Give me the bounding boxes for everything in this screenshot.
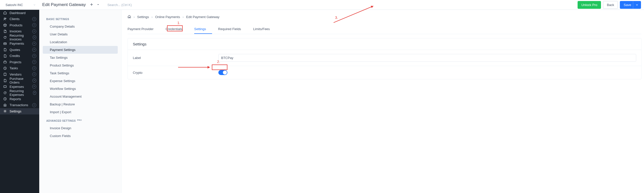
document-icon — [3, 79, 7, 83]
settings-sub-sidebar: BASIC SETTINGS Company Details User Deta… — [39, 10, 122, 193]
svg-point-1 — [5, 18, 6, 19]
sidebar-item-label: Settings — [10, 109, 21, 113]
sidebar-item-reports[interactable]: Reports — [0, 96, 39, 102]
svg-rect-2 — [4, 43, 7, 44]
bank-icon — [3, 103, 7, 107]
sidebar-item-label: Recurring Invoices — [10, 34, 33, 41]
sidebar-item-purchase-orders[interactable]: Purchase Orders + — [0, 78, 39, 84]
refresh-icon — [3, 35, 7, 39]
sidebar-item-label: Quotes — [10, 48, 20, 52]
sidebar-item-label: Clients — [10, 17, 20, 21]
search-input[interactable] — [107, 3, 158, 7]
sidebar-item-recurring-expenses[interactable]: Recurring Expenses + — [0, 90, 39, 96]
add-icon[interactable]: + — [32, 48, 36, 52]
crypto-toggle[interactable] — [218, 70, 227, 75]
tab-limits-fees[interactable]: Limits/Fees — [253, 25, 276, 34]
sub-item-company-details[interactable]: Company Details — [43, 23, 118, 30]
chevron-right-icon: › — [151, 15, 152, 19]
unlock-pro-button[interactable]: Unlock Pro — [578, 1, 601, 9]
tab-settings[interactable]: Settings — [194, 25, 212, 34]
sidebar-item-label: Recurring Expenses — [10, 89, 33, 97]
sidebar-item-clients[interactable]: Clients + — [0, 16, 39, 22]
sub-item-invoice-design[interactable]: Invoice Design — [43, 124, 118, 132]
add-icon[interactable]: + — [33, 35, 36, 39]
dropdown-caret[interactable] — [96, 2, 100, 8]
sub-item-custom-fields[interactable]: Custom Fields — [43, 132, 118, 140]
document-icon — [3, 54, 7, 58]
home-icon[interactable] — [128, 15, 131, 19]
basic-settings-header: BASIC SETTINGS — [39, 15, 121, 23]
svg-rect-3 — [4, 61, 7, 63]
document-icon — [3, 48, 7, 52]
tab-payment-provider[interactable]: Payment Provider — [128, 25, 159, 34]
add-icon[interactable]: + — [33, 91, 36, 95]
sub-item-import-export[interactable]: Import | Export — [43, 108, 118, 116]
main-sidebar: Dashboard Clients + Products + Invoices … — [0, 10, 39, 193]
sub-item-payment-settings[interactable]: Payment Settings — [43, 46, 118, 54]
save-dropdown-button[interactable] — [633, 1, 641, 9]
sidebar-item-settings[interactable]: Settings — [0, 108, 39, 114]
label-input[interactable] — [218, 54, 636, 62]
wallet-icon — [3, 85, 7, 89]
sidebar-item-label: Invoices — [10, 29, 22, 33]
add-icon[interactable]: + — [32, 23, 36, 27]
sub-item-task-settings[interactable]: Task Settings — [43, 69, 118, 77]
sidebar-item-dashboard[interactable]: Dashboard — [0, 10, 39, 16]
sidebar-item-recurring-invoices[interactable]: Recurring Invoices + — [0, 34, 39, 41]
clock-icon — [3, 66, 7, 70]
add-icon[interactable]: + — [32, 42, 36, 46]
tabs: Payment Provider Credentials Settings Re… — [128, 25, 641, 34]
sub-item-product-settings[interactable]: Product Settings — [43, 61, 118, 69]
add-icon[interactable]: + — [32, 66, 36, 70]
sub-item-tax-settings[interactable]: Tax Settings — [43, 54, 118, 61]
sidebar-item-label: Tasks — [10, 66, 18, 70]
add-icon[interactable]: + — [32, 72, 36, 76]
sub-item-workflow-settings[interactable]: Workflow Settings — [43, 85, 118, 93]
sidebar-item-transactions[interactable]: Transactions + — [0, 102, 39, 108]
back-button[interactable]: Back — [603, 1, 618, 9]
tab-required-fields[interactable]: Required Fields — [218, 25, 247, 34]
add-icon[interactable]: + — [32, 60, 36, 64]
label-field-label: Label — [133, 56, 218, 60]
add-button[interactable] — [89, 2, 94, 8]
sidebar-item-products[interactable]: Products + — [0, 22, 39, 28]
add-icon[interactable]: + — [32, 54, 36, 58]
sub-item-localization[interactable]: Localization — [43, 38, 118, 46]
add-icon[interactable]: + — [32, 103, 36, 107]
card-icon — [3, 42, 7, 46]
briefcase-icon — [3, 60, 7, 64]
sub-item-backup-restore[interactable]: Backup | Restore — [43, 100, 118, 108]
sub-item-account-management[interactable]: Account Management — [43, 93, 118, 100]
sidebar-item-label: Payments — [10, 42, 24, 45]
advanced-settings-header: ADVANCED SETTINGS PRO — [39, 116, 121, 124]
crypto-field-label: Crypto — [133, 71, 218, 75]
sidebar-item-label: Purchase Orders — [10, 77, 32, 84]
page-title: Edit Payment Gateway — [42, 2, 86, 7]
sub-item-expense-settings[interactable]: Expense Settings — [43, 77, 118, 85]
sidebar-item-label: Vendors — [10, 73, 22, 76]
file-icon — [3, 29, 7, 33]
add-icon[interactable]: + — [32, 17, 36, 21]
add-icon[interactable]: + — [32, 29, 36, 33]
add-icon[interactable]: + — [32, 85, 36, 89]
box-icon — [3, 23, 7, 27]
tab-credentials[interactable]: Credentials — [166, 25, 188, 34]
sub-item-user-details[interactable]: User Details — [43, 30, 118, 38]
sidebar-item-tasks[interactable]: Tasks + — [0, 65, 39, 72]
sidebar-item-credits[interactable]: Credits + — [0, 53, 39, 59]
breadcrumb-edit-gateway: Edit Payment Gateway — [186, 15, 219, 19]
sidebar-item-quotes[interactable]: Quotes + — [0, 47, 39, 53]
breadcrumb: › Settings › Online Payments › Edit Paym… — [128, 15, 641, 19]
settings-card: Settings Label Crypto — [128, 38, 641, 79]
breadcrumb-online-payments[interactable]: Online Payments — [155, 15, 180, 19]
sidebar-item-payments[interactable]: Payments + — [0, 41, 39, 47]
breadcrumb-settings[interactable]: Settings — [137, 15, 149, 19]
sidebar-item-label: Credits — [10, 54, 20, 58]
main-content: › Settings › Online Payments › Edit Paym… — [122, 10, 644, 193]
sidebar-item-label: Dashboard — [10, 11, 26, 15]
chevron-right-icon: › — [134, 15, 135, 19]
add-icon[interactable]: + — [32, 79, 36, 83]
company-selector[interactable]: Satoshi INC — [3, 2, 38, 8]
sidebar-item-projects[interactable]: Projects + — [0, 59, 39, 65]
svg-rect-5 — [4, 86, 7, 88]
